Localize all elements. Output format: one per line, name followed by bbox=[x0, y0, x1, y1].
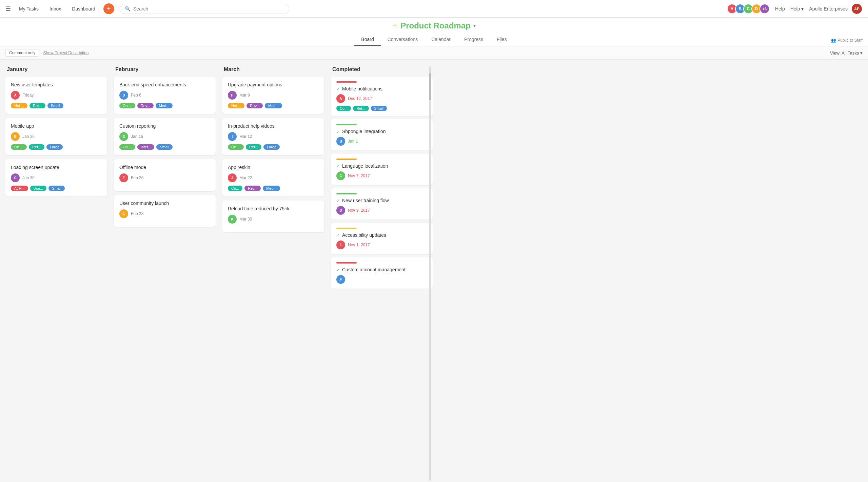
search-input[interactable] bbox=[133, 6, 284, 12]
completed-card-language[interactable]: ✓ Language localization C Nov 7, 2017 bbox=[331, 154, 433, 185]
tag: Med... bbox=[263, 186, 280, 191]
project-header: ☆ Product Roadmap ▾ Board Conversations … bbox=[0, 18, 868, 46]
card-mobile-app[interactable]: Mobile app B Jan 26 On ... Ret... Large bbox=[5, 118, 107, 155]
view-all-button[interactable]: View: All Tasks ▾ bbox=[830, 50, 863, 56]
card-avatar: H bbox=[228, 91, 237, 100]
progress-bar bbox=[336, 193, 357, 194]
board-container: January New user templates A Friday Not … bbox=[0, 60, 868, 482]
tag: Rev... bbox=[137, 103, 154, 108]
card-offline-mode[interactable]: Offline mode F Feb 26 bbox=[114, 159, 216, 191]
project-title: Product Roadmap bbox=[400, 21, 471, 30]
tab-progress[interactable]: Progress bbox=[457, 33, 490, 46]
progress-bar bbox=[336, 81, 357, 83]
tag: Rev... bbox=[244, 186, 261, 191]
tag: Ret... bbox=[246, 144, 261, 150]
sub-header: Comment only Show Project Description Vi… bbox=[0, 46, 868, 60]
tag: Med... bbox=[265, 103, 282, 108]
column-title-january: January bbox=[5, 66, 107, 72]
extra-members-badge: +6 bbox=[760, 4, 770, 14]
tag: Small bbox=[47, 103, 64, 108]
user-avatar[interactable]: AP bbox=[851, 3, 863, 15]
column-january: January New user templates A Friday Not … bbox=[5, 66, 107, 481]
tag: Rev... bbox=[246, 103, 263, 108]
completed-card-accessibility[interactable]: ✓ Accessibility updates E Nov 1, 2017 bbox=[331, 223, 433, 254]
show-project-description[interactable]: Show Project Description bbox=[43, 50, 88, 55]
avatar: E bbox=[336, 240, 345, 249]
tag: At R... bbox=[11, 186, 28, 191]
progress-bar bbox=[336, 159, 357, 160]
menu-icon[interactable]: ☰ bbox=[5, 5, 11, 13]
progress-bar bbox=[336, 262, 357, 264]
scrollbar-thumb[interactable] bbox=[429, 73, 431, 100]
tag: Small bbox=[371, 106, 387, 111]
comment-only-badge[interactable]: Comment only bbox=[5, 49, 39, 57]
card-avatar: K bbox=[228, 215, 237, 224]
check-icon: ✓ bbox=[336, 164, 340, 169]
card-app-reskin[interactable]: App reskin J Mar 22 Co... Rev... Med... bbox=[222, 159, 324, 196]
tag: On ... bbox=[228, 144, 244, 150]
completed-card-shpongle[interactable]: ✓ Shpongle integration B Jan 1 bbox=[331, 119, 433, 150]
tag: Small bbox=[48, 186, 65, 191]
card-user-community[interactable]: User community launch G Feb 28 bbox=[114, 195, 216, 227]
tag: Not ... bbox=[11, 103, 27, 108]
card-avatar: A bbox=[11, 91, 20, 100]
check-icon: ✓ bbox=[336, 129, 340, 134]
tag: On ... bbox=[119, 144, 135, 150]
member-avatars: A B C D +6 bbox=[729, 4, 770, 14]
tag: Co... bbox=[228, 186, 242, 191]
card-inproduct-help[interactable]: In-product help videos I Mar 12 On ... R… bbox=[222, 118, 324, 155]
completed-card-account-mgmt[interactable]: ✓ Custom account management F bbox=[331, 257, 433, 289]
column-february: February Back-end speed enhancements D F… bbox=[114, 66, 216, 481]
progress-bar bbox=[336, 228, 357, 229]
card-avatar: G bbox=[119, 209, 128, 218]
inbox-link[interactable]: Inbox bbox=[47, 5, 64, 13]
card-backend-speed[interactable]: Back-end speed enhancements D Feb 6 On .… bbox=[114, 77, 216, 114]
avatar: A bbox=[336, 94, 345, 103]
project-title-chevron[interactable]: ▾ bbox=[473, 23, 476, 28]
tag: Co... bbox=[336, 106, 351, 111]
card-avatar: B bbox=[11, 132, 20, 141]
public-badge: 👥 Public to Staff bbox=[831, 38, 863, 43]
project-title-row: ☆ Product Roadmap ▾ bbox=[392, 21, 476, 30]
completed-card-mobile-notifications[interactable]: ✓ Mobile notifications A Dec 12, 2017 Co… bbox=[331, 77, 433, 116]
scrollbar[interactable] bbox=[429, 66, 431, 481]
column-march: March Upgrade payment options H Mar 9 No… bbox=[222, 66, 324, 481]
top-nav: ☰ My Tasks Inbox Dashboard + 🔍 A B C D +… bbox=[0, 0, 868, 18]
card-custom-reporting[interactable]: Custom reporting E Jan 16 On ... Inter..… bbox=[114, 118, 216, 155]
card-avatar: F bbox=[119, 173, 128, 182]
lock-icon: 👥 bbox=[831, 38, 836, 43]
completed-card-training[interactable]: ✓ New user training flow D Nov 9, 2017 bbox=[331, 188, 433, 219]
progress-bar bbox=[336, 124, 357, 125]
card-new-user-templates[interactable]: New user templates A Friday Not ... Ret.… bbox=[5, 77, 107, 114]
check-icon: ✓ bbox=[336, 233, 340, 238]
star-icon[interactable]: ☆ bbox=[392, 22, 398, 29]
card-loading-screen[interactable]: Loading screen update C Jan 30 At R... U… bbox=[5, 159, 107, 196]
help-label[interactable]: Help ▾ bbox=[790, 6, 804, 12]
tag: Ret... bbox=[29, 144, 44, 150]
card-reload-time[interactable]: Reload time reduced by 75% K Mar 30 bbox=[222, 201, 324, 232]
card-avatar: E bbox=[119, 132, 128, 141]
add-button[interactable]: + bbox=[103, 3, 114, 14]
search-icon: 🔍 bbox=[125, 6, 131, 12]
tag: Small bbox=[156, 144, 173, 150]
tab-files[interactable]: Files bbox=[490, 33, 514, 46]
check-icon: ✓ bbox=[336, 86, 340, 91]
dashboard-link[interactable]: Dashboard bbox=[69, 5, 98, 13]
card-avatar: J bbox=[228, 173, 237, 182]
tab-calendar[interactable]: Calendar bbox=[425, 33, 457, 46]
avatar: D bbox=[336, 206, 345, 215]
tab-conversations[interactable]: Conversations bbox=[381, 33, 425, 46]
search-bar: 🔍 bbox=[120, 4, 289, 14]
tag: On ... bbox=[119, 103, 135, 108]
tab-board[interactable]: Board bbox=[354, 33, 380, 46]
tag: Ret... bbox=[29, 103, 45, 108]
my-tasks-link[interactable]: My Tasks bbox=[16, 5, 41, 13]
help-button[interactable]: Help bbox=[775, 6, 785, 12]
card-upgrade-payment[interactable]: Upgrade payment options H Mar 9 Not ... … bbox=[222, 77, 324, 114]
column-completed: Completed ✓ Mobile notifications A Dec 1… bbox=[331, 66, 433, 481]
tag: Large bbox=[46, 144, 63, 150]
card-avatar: D bbox=[119, 91, 128, 100]
avatar: F bbox=[336, 275, 345, 284]
nav-right: A B C D +6 Help Help ▾ Apollo Enterprise… bbox=[729, 3, 863, 15]
check-icon: ✓ bbox=[336, 267, 340, 272]
